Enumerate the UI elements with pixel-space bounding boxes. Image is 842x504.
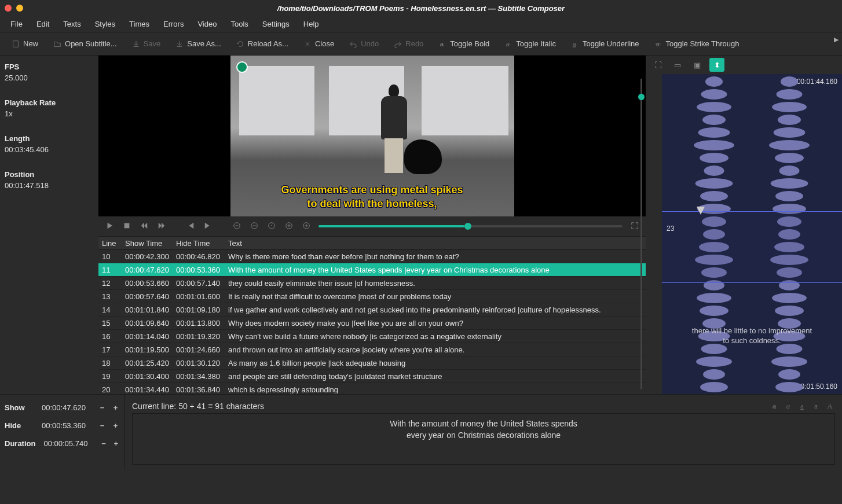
stop-button[interactable] (122, 222, 132, 231)
cell-hide: 00:00:46.820 (173, 252, 225, 261)
table-row[interactable]: 2000:01:34.44000:01:36.840which is depre… (98, 383, 646, 393)
video-frame: Governments are using metal spikes to de… (230, 56, 514, 216)
table-row[interactable]: 1900:01:30.40000:01:34.380and people are… (98, 370, 646, 383)
prev-button[interactable] (185, 222, 196, 231)
header-hide[interactable]: Hide Time (173, 239, 225, 248)
undo-button[interactable]: Undo (342, 36, 386, 51)
menu-edit[interactable]: Edit (31, 17, 55, 31)
hide-time-decrement[interactable]: − (98, 420, 107, 432)
redo-button[interactable]: Redo (387, 36, 430, 51)
cell-line: 17 (98, 345, 122, 354)
table-body[interactable]: 1000:00:42.30000:00:46.820Why is there m… (98, 250, 646, 393)
seek-back2-button[interactable] (249, 222, 259, 231)
menu-errors[interactable]: Errors (158, 17, 189, 31)
menu-file[interactable]: File (5, 17, 28, 31)
minimize-window-button[interactable] (16, 5, 23, 12)
editor-line1: With the amount of money the United Stat… (137, 418, 830, 430)
seek-thumb[interactable] (464, 223, 471, 230)
wave-autoscroll-button[interactable]: ⬍ (709, 58, 724, 72)
menu-tools[interactable]: Tools (225, 17, 254, 31)
menu-texts[interactable]: Texts (57, 17, 86, 31)
menu-video[interactable]: Video (192, 17, 222, 31)
bold-label: Toggle Bold (450, 39, 489, 48)
menu-help[interactable]: Help (298, 17, 325, 31)
header-text[interactable]: Text (225, 239, 646, 248)
bold-button[interactable]: a Toggle Bold (431, 36, 496, 51)
format-strike-button[interactable]: a (811, 402, 821, 411)
video-player[interactable]: Governments are using metal spikes to de… (98, 56, 646, 216)
table-row[interactable]: 1300:00:57.64000:01:01.600It is really n… (98, 290, 646, 303)
play-button[interactable] (104, 222, 115, 231)
waveform-display[interactable]: 00:01:44.160 00:01:50.160 23 there will … (662, 74, 842, 394)
table-row[interactable]: 1600:01:14.04000:01:19.320Why can't we b… (98, 330, 646, 343)
seek-back-button[interactable] (232, 222, 242, 231)
wave-center-button[interactable]: ▣ (690, 58, 705, 72)
bold-icon: a (438, 40, 446, 48)
menubar: File Edit Texts Styles Times Errors Vide… (0, 16, 842, 32)
position-block: Position 00:01:47.518 (5, 170, 94, 190)
duration-input[interactable] (40, 437, 95, 450)
saveas-button[interactable]: Save As... (169, 36, 228, 51)
hide-time-increment[interactable]: + (111, 420, 120, 432)
rewind-button[interactable] (139, 222, 149, 231)
show-time-input[interactable] (38, 402, 93, 414)
forward-button[interactable] (156, 222, 167, 231)
table-row[interactable]: 1800:01:25.42000:01:30.120As many as 1.6… (98, 356, 646, 370)
underline-button[interactable]: a Toggle Underline (564, 36, 646, 51)
open-button[interactable]: Open Subtitle... (46, 36, 124, 51)
toolbar-overflow-button[interactable]: ▶ (834, 36, 839, 43)
close-icon (303, 40, 312, 48)
wave-zoom-out-button[interactable]: ⛶ (650, 58, 665, 72)
saveas-label: Save As... (187, 39, 221, 48)
format-color-button[interactable]: A (825, 402, 835, 411)
menu-times[interactable]: Times (123, 17, 155, 31)
duration-decrement[interactable]: − (100, 438, 107, 450)
seek-current-button[interactable] (266, 222, 277, 231)
wave-zoom-in-button[interactable]: ▭ (670, 58, 685, 72)
show-time-increment[interactable]: + (111, 402, 120, 414)
italic-button[interactable]: a Toggle Italic (497, 36, 563, 51)
rate-value: 1x (5, 109, 94, 118)
seek-slider[interactable] (319, 225, 623, 227)
menu-settings[interactable]: Settings (257, 17, 295, 31)
table-row[interactable]: 1200:00:53.66000:00:57.140they could eas… (98, 277, 646, 290)
table-row[interactable]: 1400:01:01.84000:01:09.180if we gather a… (98, 303, 646, 317)
cell-line: 14 (98, 306, 122, 314)
close-button[interactable]: Close (296, 36, 341, 51)
cell-line: 15 (98, 319, 122, 328)
fps-label: FPS (5, 62, 94, 71)
show-time-decrement[interactable]: − (98, 402, 107, 414)
table-row[interactable]: 1700:01:19.50000:01:24.660and thrown out… (98, 343, 646, 356)
save-button[interactable]: Save (125, 36, 168, 51)
cell-hide: 00:01:01.600 (173, 292, 225, 301)
format-underline-button[interactable]: a (797, 402, 807, 411)
seek-fwd-button[interactable] (284, 222, 294, 231)
table-row[interactable]: 1100:00:47.62000:00:53.360With the amoun… (98, 263, 646, 277)
format-italic-button[interactable]: a (783, 402, 793, 411)
redo-icon (394, 40, 402, 48)
strike-button[interactable]: a Toggle Strike Through (647, 36, 746, 51)
header-show[interactable]: Show Time (122, 239, 173, 248)
rate-block: Playback Rate 1x (5, 98, 94, 118)
waveform-vertical-slider[interactable] (633, 74, 649, 394)
menu-styles[interactable]: Styles (89, 17, 121, 31)
new-button[interactable]: New (5, 36, 45, 51)
reload-button[interactable]: Reload As... (229, 36, 295, 51)
format-bold-button[interactable]: a (769, 402, 779, 411)
toolbar: New Open Subtitle... Save Save As... Rel… (0, 32, 842, 56)
cell-show: 00:01:09.640 (122, 319, 173, 328)
header-line[interactable]: Line (98, 239, 122, 248)
subtitle-text-editor[interactable]: With the amount of money the United Stat… (132, 413, 835, 465)
table-row[interactable]: 1500:01:09.64000:01:13.800Why does moder… (98, 317, 646, 330)
waveform-panel: ⛶ ▭ ▣ ⬍ 00:01:44.160 00:01:50.160 23 the… (646, 56, 842, 394)
close-window-button[interactable] (5, 5, 12, 12)
table-row[interactable]: 1000:00:42.30000:00:46.820Why is there m… (98, 250, 646, 263)
next-button[interactable] (203, 222, 213, 231)
waveform-slider-thumb[interactable] (638, 94, 645, 100)
svg-rect-0 (13, 41, 19, 47)
waveform-selection-region[interactable] (662, 211, 842, 283)
hide-time-input[interactable] (38, 420, 93, 432)
seek-fwd2-button[interactable] (301, 222, 312, 231)
duration-increment[interactable]: + (112, 438, 120, 450)
cell-line: 20 (98, 385, 122, 394)
